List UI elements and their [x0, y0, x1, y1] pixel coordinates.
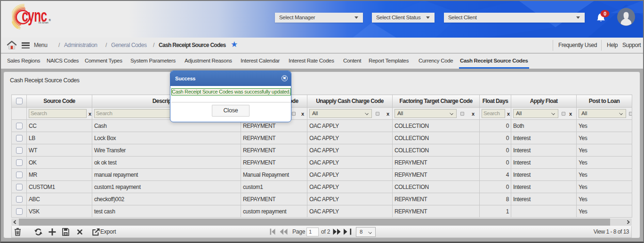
- svg-text:It's Smart: It's Smart: [39, 21, 49, 24]
- svg-text:®: ®: [49, 19, 51, 22]
- svg-text:0: 0: [604, 11, 606, 16]
